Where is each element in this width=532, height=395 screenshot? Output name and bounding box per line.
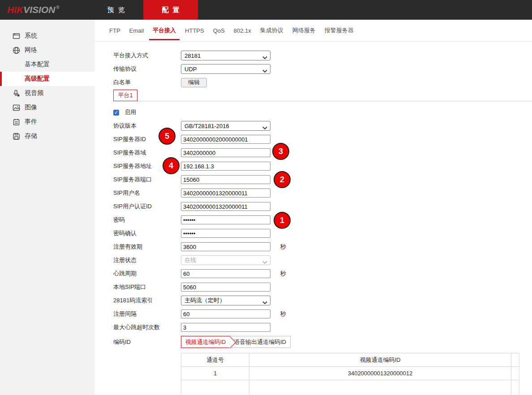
reg-interval-label: 注册间隔: [113, 310, 181, 318]
form-row-reg-interval: 注册间隔 秒: [113, 307, 532, 321]
tab-video-channel-encode-id[interactable]: 视频通道编码ID: [181, 336, 230, 348]
password-confirm-label: 密码确认: [113, 229, 181, 237]
logo-vision: VISION: [23, 4, 55, 15]
platform1-tab[interactable]: 平台1: [113, 90, 137, 101]
transport-select[interactable]: UDP: [181, 64, 270, 74]
stream-index-label: 28181码流索引: [113, 296, 181, 305]
sidebar-item-image[interactable]: 图像: [0, 100, 95, 115]
topnav-configuration[interactable]: 配置: [143, 0, 198, 20]
local-sip-port-input[interactable]: [181, 283, 270, 292]
tab-email[interactable]: Email: [125, 20, 149, 41]
annotation-circle-1: 1: [274, 212, 291, 229]
tab-https[interactable]: HTTPS: [180, 20, 209, 41]
form-row-sip-username: SIP用户名: [113, 186, 532, 200]
stream-index-value: 主码流（定时）: [184, 296, 225, 305]
access-mode-select[interactable]: 28181: [181, 51, 270, 60]
form-row-reg-validity: 注册有效期 秒: [113, 240, 532, 253]
chevron-down-icon: [262, 299, 267, 306]
chevron-down-icon: [262, 68, 267, 74]
sip-server-id-input[interactable]: [181, 135, 270, 144]
heartbeat-label: 心跳周期: [113, 270, 181, 278]
chevron-down-icon: [262, 259, 267, 266]
reg-status-select: 在线: [181, 255, 270, 265]
whitelist-edit-button[interactable]: 编辑: [181, 78, 207, 87]
tab-8021x[interactable]: 802.1x: [229, 20, 256, 41]
form-row-stream-index: 28181码流索引 主码流（定时）: [113, 294, 532, 307]
annotation-circle-5: 5: [159, 128, 176, 145]
form-row-heartbeat: 心跳周期 秒: [113, 267, 532, 280]
top-nav: 预览 配置: [89, 0, 198, 20]
tab-network-service[interactable]: 网络服务: [288, 20, 320, 41]
sip-server-domain-input[interactable]: [181, 148, 270, 157]
sip-auth-id-label: SIP用户认证ID: [113, 202, 181, 210]
sidebar-item-network[interactable]: 网络: [0, 43, 95, 57]
sidebar-item-storage[interactable]: 存储: [0, 129, 95, 143]
heartbeat-unit: 秒: [280, 270, 286, 278]
reg-status-value: 在线: [184, 256, 196, 264]
sidebar-item-label: 事件: [25, 118, 37, 126]
video-encode-id-cell: 34020000001320000012: [249, 367, 511, 380]
main-content: FTP Email 平台接入 HTTPS QoS 802.1x 集成协议 网络服…: [95, 20, 532, 395]
sidebar-item-label: 系统: [25, 32, 37, 40]
sip-server-port-label: SIP服务器端口: [113, 176, 181, 184]
encoding-id-label: 编码ID: [113, 338, 181, 346]
tab-ftp[interactable]: FTP: [105, 20, 125, 41]
protocol-version-select[interactable]: GB/T28181-2016: [181, 121, 270, 131]
sidebar-item-label: 基本配置: [25, 60, 50, 69]
tab-audio-output-channel-encode-id[interactable]: 语音输出通道编码ID: [230, 336, 291, 348]
enable-checkbox[interactable]: ✓: [113, 110, 119, 116]
sip-server-address-input[interactable]: [181, 162, 270, 171]
sidebar-item-basic-config[interactable]: 基本配置: [0, 57, 95, 72]
stream-index-select[interactable]: 主码流（定时）: [181, 296, 270, 305]
sidebar-item-label: 高级配置: [25, 75, 50, 83]
max-heartbeat-timeout-label: 最大心跳超时次数: [113, 323, 181, 331]
sip-server-port-input[interactable]: [181, 175, 270, 184]
form-row-sip-server-id: SIP服务器ID: [113, 133, 532, 146]
sidebar-item-label: 网络: [25, 46, 37, 54]
form-row-transport: 传输协议 UDP: [113, 62, 532, 76]
tab-qos[interactable]: QoS: [209, 20, 229, 41]
platform-access-form: 平台接入方式 28181 传输协议 UDP 白名单 编辑 平台1: [95, 42, 532, 395]
network-globe-icon: [13, 47, 20, 54]
table-header-row: 通道号 视频通道编码ID: [181, 353, 519, 367]
sidebar: 系统 网络 基本配置 高级配置 视音频: [0, 20, 95, 395]
reg-interval-input[interactable]: [181, 309, 270, 318]
topnav-preview[interactable]: 预览: [89, 0, 143, 20]
system-icon: [13, 32, 20, 40]
transport-label: 传输协议: [113, 65, 181, 73]
sidebar-item-event[interactable]: 事件: [0, 115, 95, 129]
video-encode-id-header: 视频通道编码ID: [249, 353, 511, 367]
form-row-enable: ✓ 启用: [113, 106, 532, 119]
annotation-circle-4: 4: [163, 157, 180, 174]
form-row-password: 密码: [113, 213, 532, 227]
table-row[interactable]: 1 34020000001320000012: [181, 367, 519, 380]
sidebar-item-audio-video[interactable]: 视音频: [0, 86, 95, 100]
tab-platform-access[interactable]: 平台接入: [148, 20, 180, 41]
annotation-circle-3: 3: [272, 143, 289, 160]
tab-alarm-server[interactable]: 报警服务器: [320, 20, 358, 41]
reg-validity-input[interactable]: [181, 242, 270, 251]
reg-interval-unit: 秒: [280, 310, 286, 318]
password-confirm-input[interactable]: [181, 229, 270, 238]
heartbeat-input[interactable]: [181, 269, 270, 278]
reg-validity-unit: 秒: [280, 243, 286, 251]
form-row-sip-server-port: SIP服务器端口: [113, 173, 532, 186]
max-heartbeat-timeout-input[interactable]: [181, 323, 270, 332]
hikvision-logo: HIKVISION®: [7, 0, 60, 20]
image-icon: [13, 104, 20, 112]
channel-no-header: 通道号: [181, 353, 249, 367]
transport-value: UDP: [184, 66, 197, 73]
microphone-icon: [13, 90, 20, 97]
sip-username-input[interactable]: [181, 189, 270, 198]
annotation-circle-2: 2: [274, 171, 291, 188]
reg-status-label: 注册状态: [113, 256, 181, 264]
form-row-sip-auth-id: SIP用户认证ID: [113, 200, 532, 213]
sidebar-item-system[interactable]: 系统: [0, 29, 95, 43]
tab-integration-protocol[interactable]: 集成协议: [256, 20, 288, 41]
sip-username-label: SIP用户名: [113, 189, 181, 197]
sidebar-item-advanced-config[interactable]: 高级配置: [0, 72, 95, 86]
logo-registered-mark: ®: [56, 5, 59, 10]
reg-validity-label: 注册有效期: [113, 243, 181, 251]
sip-auth-id-input[interactable]: [181, 202, 270, 211]
password-input[interactable]: [181, 215, 270, 224]
